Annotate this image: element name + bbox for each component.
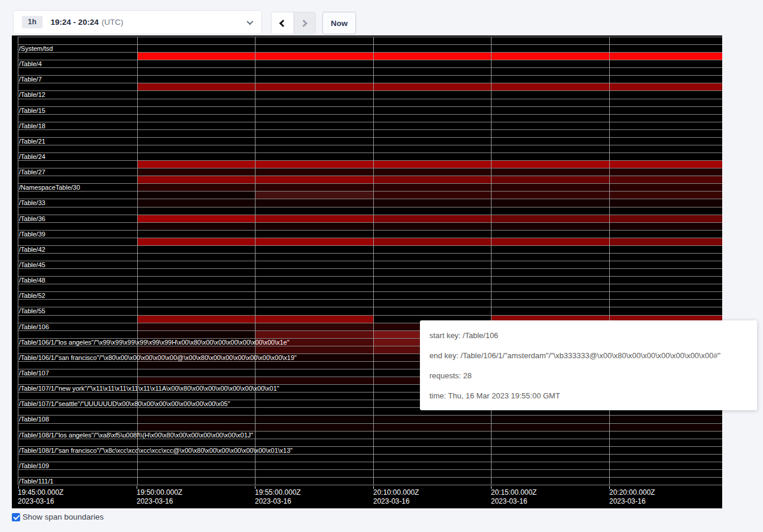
heatmap-cell[interactable]: [255, 316, 373, 323]
heatmap-cell[interactable]: [255, 392, 373, 400]
heatmap-row[interactable]: [18, 83, 722, 90]
heatmap-cell[interactable]: [609, 199, 722, 206]
heatmap-cell[interactable]: [255, 400, 373, 407]
heatmap-cell[interactable]: [137, 83, 255, 90]
now-button[interactable]: Now: [322, 12, 356, 34]
heatmap-row[interactable]: /Table/108/1/"san francisco"/"\x8c\xcc\x…: [18, 446, 722, 454]
heatmap-cell[interactable]: [491, 223, 609, 230]
heatmap-cell[interactable]: [137, 176, 255, 183]
heatmap-row[interactable]: /Table/39: [18, 230, 722, 238]
heatmap-row[interactable]: [18, 284, 722, 291]
heatmap-cell[interactable]: [373, 432, 491, 439]
heatmap-row[interactable]: [18, 99, 722, 106]
heatmap-cell[interactable]: [255, 432, 373, 439]
heatmap-cell[interactable]: [255, 323, 373, 330]
heatmap-cell[interactable]: [137, 269, 255, 276]
heatmap-cell[interactable]: [373, 192, 491, 199]
heatmap-row[interactable]: [18, 129, 722, 137]
heatmap-cell[interactable]: [491, 277, 609, 284]
heatmap-cell[interactable]: [491, 307, 609, 314]
heatmap-cell[interactable]: [373, 238, 491, 245]
heatmap-cell[interactable]: [373, 269, 491, 276]
heatmap-row[interactable]: [18, 253, 722, 261]
heatmap-cell[interactable]: [373, 68, 491, 75]
heatmap-cell[interactable]: [491, 292, 609, 299]
heatmap-row[interactable]: [18, 469, 722, 477]
heatmap-cell[interactable]: [609, 231, 722, 238]
heatmap-cell[interactable]: [609, 223, 722, 230]
heatmap-cell[interactable]: [255, 192, 373, 199]
heatmap-row[interactable]: /Table/108: [18, 415, 722, 423]
heatmap-cell[interactable]: [609, 207, 722, 215]
heatmap-cell[interactable]: [609, 254, 722, 261]
heatmap-cell[interactable]: [491, 60, 609, 67]
heatmap-row[interactable]: /Table/45: [18, 261, 722, 268]
heatmap-cell[interactable]: [255, 369, 373, 377]
heatmap-cell[interactable]: [137, 307, 255, 314]
heatmap-cell[interactable]: [373, 462, 491, 469]
heatmap-cell[interactable]: [137, 107, 255, 114]
heatmap-cell[interactable]: [491, 284, 609, 291]
heatmap-cell[interactable]: [491, 138, 609, 145]
heatmap-row[interactable]: /Table/27: [18, 168, 722, 176]
heatmap-cell[interactable]: [491, 107, 609, 114]
heatmap-row[interactable]: /Table/15: [18, 106, 722, 114]
heatmap-cell[interactable]: [609, 284, 722, 291]
heatmap-cell[interactable]: [609, 478, 722, 485]
heatmap-row[interactable]: /Table/21: [18, 137, 722, 145]
heatmap-cell[interactable]: [137, 331, 255, 338]
heatmap-cell[interactable]: [491, 99, 609, 106]
heatmap-cell[interactable]: [255, 300, 373, 307]
heatmap-cell[interactable]: [609, 447, 722, 454]
heatmap-cell[interactable]: [255, 161, 373, 168]
heatmap-cell[interactable]: [255, 168, 373, 176]
heatmap-cell[interactable]: [609, 153, 722, 160]
heatmap-row[interactable]: /Table/4: [18, 60, 722, 67]
heatmap-cell[interactable]: [137, 192, 255, 199]
heatmap-cell[interactable]: [137, 76, 255, 83]
time-range-selector[interactable]: 1h 19:24 - 20:24 (UTC): [13, 10, 262, 34]
heatmap-cell[interactable]: [491, 416, 609, 423]
heatmap-cell[interactable]: [491, 478, 609, 485]
heatmap-cell[interactable]: [255, 207, 373, 215]
heatmap-cell[interactable]: [137, 223, 255, 230]
heatmap-cell[interactable]: [373, 168, 491, 176]
heatmap-row[interactable]: /Table/36: [18, 215, 722, 222]
heatmap-cell[interactable]: [137, 470, 255, 477]
heatmap-cell[interactable]: [373, 478, 491, 485]
heatmap-cell[interactable]: [491, 238, 609, 245]
heatmap-cell[interactable]: [137, 37, 255, 44]
heatmap-cell[interactable]: [137, 455, 255, 462]
heatmap-cell[interactable]: [137, 168, 255, 176]
heatmap-cell[interactable]: [255, 53, 373, 60]
heatmap-cell[interactable]: [373, 45, 491, 52]
heatmap-row[interactable]: /NamespaceTable/30: [18, 183, 722, 191]
heatmap-cell[interactable]: [609, 45, 722, 52]
heatmap-row[interactable]: [18, 238, 722, 245]
heatmap-cell[interactable]: [491, 37, 609, 44]
heatmap-cell[interactable]: [255, 238, 373, 245]
heatmap-cell[interactable]: [255, 122, 373, 129]
heatmap-cell[interactable]: [255, 416, 373, 423]
heatmap-cell[interactable]: [373, 447, 491, 454]
next-interval-button[interactable]: [294, 12, 316, 34]
heatmap-cell[interactable]: [373, 115, 491, 122]
key-visualizer-heatmap[interactable]: /System/tsd/Table/4/Table/7/Table/12/Tab…: [12, 35, 722, 508]
heatmap-cell[interactable]: [609, 424, 722, 431]
heatmap-cell[interactable]: [609, 68, 722, 75]
heatmap-cell[interactable]: [491, 184, 609, 191]
heatmap-cell[interactable]: [137, 424, 255, 431]
heatmap-cell[interactable]: [373, 254, 491, 261]
heatmap-row[interactable]: [18, 176, 722, 183]
heatmap-cell[interactable]: [137, 300, 255, 307]
heatmap-cell[interactable]: [491, 269, 609, 276]
heatmap-cell[interactable]: [255, 215, 373, 222]
heatmap-cell[interactable]: [373, 207, 491, 215]
heatmap-row[interactable]: /Table/55: [18, 307, 722, 314]
heatmap-cell[interactable]: [137, 238, 255, 245]
heatmap-row[interactable]: [18, 299, 722, 307]
heatmap-cell[interactable]: [491, 91, 609, 98]
heatmap-cell[interactable]: [491, 45, 609, 52]
heatmap-cell[interactable]: [137, 284, 255, 291]
heatmap-cell[interactable]: [373, 307, 491, 314]
